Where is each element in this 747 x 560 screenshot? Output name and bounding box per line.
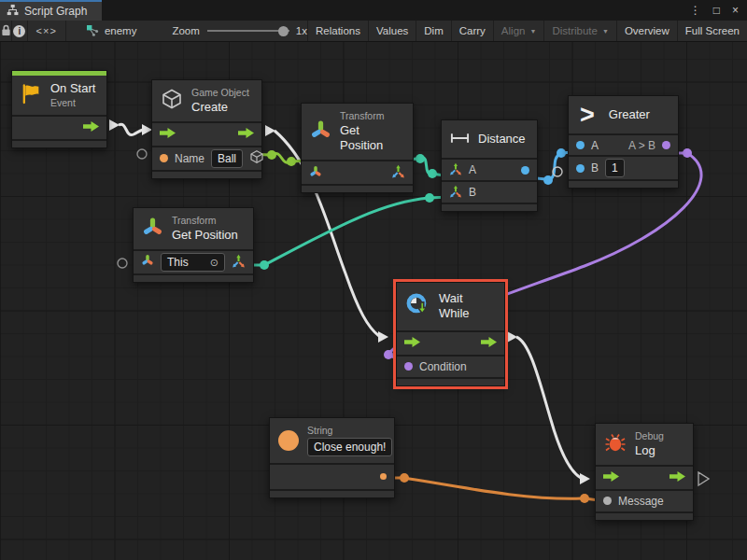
node-category: Debug (635, 430, 664, 442)
graph-reference-icon (86, 24, 99, 37)
node-create[interactable]: Game Object Create Name Ball (151, 79, 262, 179)
flow-in-port[interactable] (404, 337, 420, 350)
node-title: On Start (50, 81, 95, 96)
distance-out-port[interactable] (521, 166, 529, 175)
info-icon: i (13, 25, 25, 37)
flow-out-port[interactable] (669, 471, 685, 484)
node-footer (397, 377, 504, 385)
window-close-icon[interactable]: × (732, 4, 739, 17)
zoom-slider-handle[interactable] (278, 26, 289, 36)
toolbar: i <×> enemy Zoom 1x Relations Values Dim… (0, 21, 747, 42)
greater-b-port[interactable] (576, 164, 585, 173)
vector3-out-port[interactable] (232, 254, 246, 271)
string-icon (278, 430, 299, 451)
dim-button[interactable]: Dim (416, 21, 451, 41)
flow-out-port[interactable] (238, 128, 254, 141)
transform-in-port[interactable] (309, 165, 322, 181)
condition-label: Condition (419, 360, 467, 373)
string-input[interactable]: Close enough! (307, 438, 392, 456)
greater-a-port[interactable] (576, 141, 585, 149)
name-port-label: Name (175, 152, 204, 165)
node-category: String (307, 425, 392, 437)
node-get-position-left[interactable]: Transform Get Position This ⊙ (133, 207, 254, 283)
node-category: Game Object (191, 87, 249, 99)
flow-out-port[interactable] (83, 121, 99, 134)
unconnected-flow-arrow (698, 472, 709, 485)
node-string[interactable]: String Close enough! (269, 417, 395, 498)
node-title: Distance (478, 132, 526, 147)
zoom-label: Zoom (172, 25, 199, 36)
node-wait-while[interactable]: Wait While Condition (396, 282, 505, 386)
graph-canvas[interactable]: On Start Event Game Object Create (0, 42, 747, 560)
node-category: Transform (340, 110, 404, 122)
wire-vector-getposition-distance-b[interactable] (245, 193, 449, 270)
zoom-slider[interactable] (207, 30, 289, 32)
transform-icon (310, 119, 331, 144)
node-debug-log[interactable]: Debug Log Message (595, 423, 694, 521)
align-label: Align (501, 25, 526, 36)
full-screen-label: Full Screen (685, 25, 740, 36)
full-screen-button[interactable]: Full Screen (678, 21, 747, 41)
result-label: A > B (628, 139, 655, 152)
vector3-out-port[interactable] (391, 164, 405, 181)
flow-in-port[interactable] (160, 128, 176, 141)
chevron-down-icon: ▼ (602, 28, 609, 35)
wire-string-log-message[interactable] (386, 473, 599, 503)
flow-out-port[interactable] (481, 337, 497, 350)
overview-button[interactable]: Overview (617, 21, 678, 41)
target-input[interactable]: This ⊙ (161, 253, 225, 272)
message-label: Message (618, 495, 664, 508)
node-title: Wait While (439, 291, 496, 322)
wire-flow-waitwhile-log[interactable] (507, 331, 590, 484)
port-a-label: A (469, 163, 476, 176)
window-maximize-icon[interactable]: □ (713, 4, 720, 17)
wire-flow-onstart-create[interactable] (109, 119, 152, 135)
node-footer (12, 139, 106, 147)
bug-icon (604, 431, 627, 456)
message-port[interactable] (603, 497, 612, 505)
condition-port[interactable] (404, 362, 413, 371)
transform-icon (142, 217, 163, 241)
transform-in-port[interactable] (141, 254, 154, 270)
port-a-label: A (591, 139, 599, 152)
values-button[interactable]: Values (369, 21, 416, 41)
graph-hierarchy-icon (7, 4, 19, 19)
node-distance[interactable]: Distance A B (441, 119, 538, 212)
node-greater[interactable]: > Greater A A > B B 1 (568, 95, 679, 189)
node-footer (596, 511, 693, 520)
graph-name-label[interactable]: enemy (105, 25, 137, 36)
vector3-b-port[interactable] (449, 185, 462, 201)
node-title: Get Position (340, 123, 404, 154)
node-footer (302, 184, 413, 192)
node-get-position-top[interactable]: Transform Get Position (301, 103, 414, 193)
vector3-a-port[interactable] (449, 162, 462, 178)
cube-icon (161, 88, 183, 113)
b-value-input[interactable]: 1 (605, 159, 625, 177)
flow-in-port[interactable] (603, 471, 619, 484)
string-out-port[interactable] (380, 473, 387, 480)
lock-icon (1, 24, 11, 38)
script-graph-window: Script Graph ⋮ □ × i <×> enemy Zoom (0, 0, 747, 560)
relations-label: Relations (316, 25, 360, 36)
name-port[interactable] (160, 154, 168, 162)
align-dropdown[interactable]: Align▼ (494, 21, 545, 41)
carry-label: Carry (459, 25, 486, 36)
window-menu-icon[interactable]: ⋮ (690, 4, 701, 17)
distribute-label: Distribute (552, 25, 598, 36)
greater-result-port[interactable] (662, 141, 670, 149)
info-button[interactable]: i (12, 21, 27, 41)
node-footer (569, 179, 678, 188)
zoom-value: 1x (296, 25, 307, 36)
tab-script-graph[interactable]: Script Graph (0, 0, 102, 21)
object-picker-icon[interactable]: ⊙ (210, 255, 218, 270)
node-on-start[interactable]: On Start Event (11, 70, 107, 148)
distance-icon (450, 133, 470, 147)
relations-button[interactable]: Relations (308, 21, 369, 41)
distribute-dropdown[interactable]: Distribute▼ (544, 21, 617, 41)
name-input[interactable]: Ball (211, 149, 243, 168)
node-footer (152, 170, 261, 178)
code-view-button[interactable]: <×> (28, 21, 66, 41)
carry-button[interactable]: Carry (452, 21, 494, 41)
lock-button[interactable] (0, 21, 12, 41)
gameobject-out-port[interactable] (249, 149, 264, 167)
